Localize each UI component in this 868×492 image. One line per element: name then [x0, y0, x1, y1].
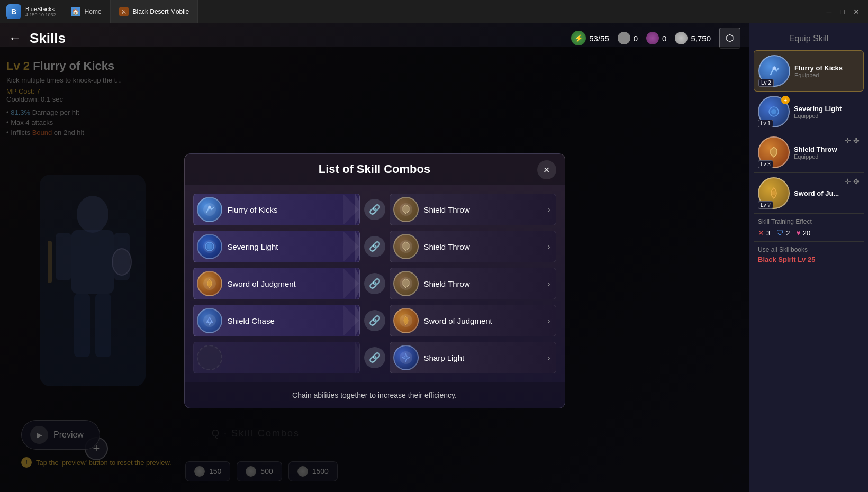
combo-right-sword[interactable]: Sword of Judgment ›	[390, 305, 556, 336]
combo-icon-shield3	[393, 271, 419, 296]
sidebar-skill-flurry[interactable]: Lv 2 Flurry of Kicks Equipped	[754, 50, 864, 92]
skill-combos-modal: List of Skill Combos ×	[184, 153, 565, 408]
sidebar-skill-shield-throw[interactable]: Lv 3 Shield Throw Equipped ✛ ✤	[754, 132, 864, 173]
lv-badge-shield-throw: Lv 3	[758, 160, 773, 168]
back-button[interactable]: ←	[8, 31, 21, 45]
skill-info-sword: Sword of Ju...	[794, 189, 860, 197]
chain-icon-2: 🔗	[364, 236, 385, 257]
combo-left-severing[interactable]: Severing Light	[193, 231, 360, 262]
combo-row-1: Flurry of Kicks 🔗 Shield Throw ›	[193, 194, 556, 225]
silver-stat: 5,750	[675, 32, 711, 44]
stat-shield-value: 2	[786, 229, 790, 237]
lv-badge-sword: Lv ?	[758, 201, 773, 209]
equip-skill-label: Equip Skill	[754, 28, 864, 50]
combo-icon-shield2	[393, 234, 419, 259]
svg-point-19	[404, 318, 408, 323]
chain-icon-4: 🔗	[364, 310, 385, 331]
combo-left-empty[interactable]	[193, 342, 360, 373]
skill-name-severing: Severing Light	[794, 105, 860, 113]
moon-icon	[646, 32, 659, 44]
tab-home[interactable]: 🏠 Home	[62, 0, 111, 23]
lv-badge-flurry: Lv 2	[758, 79, 774, 87]
combo-row-3: Sword of Judgment 🔗 Shield Throw ›	[193, 268, 556, 299]
cross-icon-3: ✛	[845, 177, 851, 186]
black-spirit-label: Black Spirit Lv 25	[758, 256, 860, 263]
game-screen: ← Skills ⚡ 53/55 0 0 5,750 ⬡ Lv 2 Flurry…	[0, 23, 749, 492]
sidebar-icon-sword: Lv ?	[758, 177, 790, 209]
skill-info-flurry: Flurry of Kicks Equipped	[794, 64, 859, 78]
bs-version: 4.150.10.1032	[25, 12, 56, 17]
combo-right-shield3[interactable]: Shield Throw ›	[390, 268, 556, 299]
combo-left-chase[interactable]: Shield Chase	[193, 305, 360, 336]
sidebar-icon-shield-throw: Lv 3	[758, 136, 790, 168]
bs-name: BlueStacks	[25, 6, 56, 12]
svg-point-15	[207, 281, 212, 286]
maximize-btn[interactable]: □	[840, 7, 845, 16]
stone-icon	[618, 32, 630, 44]
combo-name-shield1: Shield Throw	[424, 205, 470, 214]
title-bar: B BlueStacks 4.150.10.1032 🏠 Home ⚔ Blac…	[0, 0, 868, 23]
stat-x-value: 3	[766, 229, 770, 237]
arrow-right-3	[343, 268, 359, 299]
combo-icon-sword2	[393, 308, 419, 333]
chevron-4: ›	[548, 316, 550, 325]
x-icon: ✕	[758, 229, 764, 237]
training-stats: ✕ 3 🛡 2 ♥ 20	[758, 229, 860, 237]
skillbooks-section: Use all Skillbooks Black Spirit Lv 25	[754, 242, 864, 268]
sidebar-skill-severing[interactable]: Lv 1 + Severing Light Equipped	[754, 92, 864, 132]
combo-left-sword[interactable]: Sword of Judgment	[193, 268, 360, 299]
svg-point-23	[771, 109, 776, 114]
combo-right-shield2[interactable]: Shield Throw ›	[390, 231, 556, 262]
sidebar-icon-flurry: Lv 2	[758, 55, 790, 87]
plus-badge-severing: +	[781, 96, 790, 104]
sidebar-skill-sword[interactable]: Lv ? Sword of Ju... ✛ ✤	[754, 173, 864, 214]
silver-icon	[675, 32, 688, 44]
training-section: Skill Training Effect ✕ 3 🛡 2 ♥ 20	[754, 214, 864, 242]
shield-throw-cross-icons: ✛ ✤	[845, 136, 860, 145]
moon-stat: 0	[646, 32, 666, 44]
combo-list: Flurry of Kicks 🔗 Shield Throw ›	[185, 185, 565, 382]
skill-name-flurry: Flurry of Kicks	[794, 64, 859, 72]
svg-point-21	[773, 67, 776, 70]
skill-status-severing: Equipped	[794, 113, 860, 119]
combo-icon-kick	[197, 197, 222, 222]
modal-close-button[interactable]: ×	[537, 160, 556, 179]
page-title: Skills	[30, 30, 66, 47]
minimize-btn[interactable]: ─	[827, 7, 832, 16]
combo-name-shield3: Shield Throw	[424, 279, 470, 288]
training-stat-heart: ♥ 20	[796, 229, 810, 237]
svg-point-8	[203, 203, 216, 216]
combo-name-sharp: Sharp Light	[424, 353, 465, 362]
arrow-right-1	[343, 194, 359, 225]
chevron-5: ›	[548, 353, 550, 362]
combo-name-sword1: Sword of Judgment	[228, 279, 296, 288]
energy-stat: ⚡ 53/55	[571, 31, 609, 45]
close-btn[interactable]: ✕	[853, 7, 860, 16]
modal-footer: Chain abilities together to increase the…	[185, 382, 565, 408]
modal-overlay[interactable]: List of Skill Combos ×	[0, 47, 749, 492]
tab-game[interactable]: ⚔ Black Desert Mobile	[111, 0, 198, 23]
skill-status-flurry: Equipped	[794, 72, 859, 78]
right-sidebar: Equip Skill Lv 2 Flurry of Kicks Equippe…	[749, 23, 868, 492]
cross-icon-2: ✤	[853, 136, 860, 145]
arrow-right-2	[343, 231, 359, 262]
cross-icon-1: ✛	[845, 136, 851, 145]
heart-icon: ♥	[796, 229, 800, 237]
chain-icon-3: 🔗	[364, 273, 385, 294]
modal-header: List of Skill Combos ×	[185, 154, 565, 185]
combo-right-shield1[interactable]: Shield Throw ›	[390, 194, 556, 225]
svg-point-9	[208, 206, 211, 209]
sidebar-icon-severing: Lv 1 +	[758, 96, 790, 127]
combo-icon-shield1	[393, 197, 419, 222]
modal-title: List of Skill Combos	[195, 162, 554, 176]
skill-info-severing: Severing Light Equipped	[794, 105, 860, 119]
bs-icon: B	[6, 4, 21, 19]
combo-icon-empty	[197, 345, 222, 370]
menu-button[interactable]: ⬡	[719, 28, 740, 49]
combo-left-flurry[interactable]: Flurry of Kicks	[193, 194, 360, 225]
combo-right-sharp[interactable]: Sharp Light ›	[390, 342, 556, 373]
chevron-1: ›	[548, 205, 550, 214]
bluestacks-logo: B BlueStacks 4.150.10.1032	[0, 4, 62, 19]
chain-icon-1: 🔗	[364, 199, 385, 220]
chevron-3: ›	[548, 279, 550, 288]
